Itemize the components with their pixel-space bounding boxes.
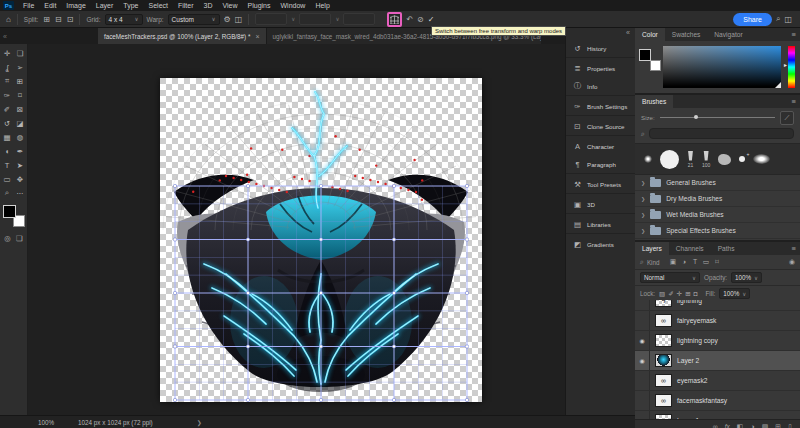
- panel-menu-icon[interactable]: ≡: [792, 30, 796, 39]
- blur-tool[interactable]: ◍: [14, 130, 27, 144]
- warp-orientation-icon[interactable]: ◫: [235, 15, 243, 24]
- type-tool[interactable]: T: [1, 158, 14, 172]
- warp-control-point[interactable]: [465, 238, 468, 241]
- link-layers-icon[interactable]: ∞: [713, 423, 718, 428]
- tab-navigator[interactable]: Navigator: [707, 28, 749, 41]
- expand-arrow-icon[interactable]: ❯: [641, 228, 645, 234]
- warp-control-point[interactable]: [465, 345, 468, 348]
- layer-row[interactable]: ◉lightning copy: [635, 331, 800, 351]
- layer-thumbnail[interactable]: ∞: [655, 394, 672, 407]
- filter-toggle-icon[interactable]: ◉: [789, 258, 795, 266]
- crop-tool[interactable]: ⌗: [1, 74, 14, 88]
- filter-kind-label[interactable]: Kind: [647, 259, 660, 266]
- quick-mask-icon[interactable]: ◎: [4, 234, 11, 243]
- pen-tool[interactable]: ✒: [14, 144, 27, 158]
- grid-select[interactable]: 4 x 4 ∨: [105, 14, 143, 25]
- lock-artboard-icon[interactable]: ⊞: [685, 290, 690, 298]
- warp-control-point[interactable]: [465, 184, 468, 187]
- brush-preset-3[interactable]: 21: [687, 151, 694, 168]
- menu-help[interactable]: Help: [310, 2, 334, 9]
- split-horizontal-icon[interactable]: ⊟: [55, 15, 62, 24]
- healing-brush-tool[interactable]: ⌑: [14, 88, 27, 102]
- canvas-area[interactable]: [28, 44, 565, 415]
- layer-row[interactable]: ◉Layer 2: [635, 351, 800, 371]
- menu-window[interactable]: Window: [276, 2, 311, 9]
- panel-menu-icon[interactable]: ≡: [792, 97, 796, 106]
- warp-control-point[interactable]: [173, 291, 176, 294]
- home-icon[interactable]: ⌂: [6, 15, 11, 24]
- foreground-color-swatch[interactable]: [3, 205, 16, 218]
- dock-item-libraries[interactable]: ▤Libraries: [566, 215, 635, 234]
- brush-folder-general-brushes[interactable]: ❯General Brushes: [635, 175, 800, 191]
- color-gradient-field[interactable]: [663, 46, 781, 88]
- lock-position-icon[interactable]: ✛: [677, 290, 682, 298]
- visibility-toggle[interactable]: ◉: [635, 351, 650, 370]
- brush-folder-dry-media-brushes[interactable]: ❯Dry Media Brushes: [635, 191, 800, 207]
- new-layer-icon[interactable]: ⊞: [775, 423, 781, 428]
- visibility-toggle[interactable]: [635, 391, 650, 410]
- menu-layer[interactable]: Layer: [91, 2, 119, 9]
- warp-control-point[interactable]: [319, 345, 322, 348]
- document-tab-active[interactable]: faceMeshTrackers.psd @ 100% (Layer 2, RG…: [98, 28, 266, 44]
- layer-thumbnail[interactable]: [655, 354, 672, 367]
- dock-item-properties[interactable]: ≣Properties: [566, 59, 635, 77]
- dock-item-gradients[interactable]: ◩Gradients: [566, 235, 635, 253]
- foreground-color-swatch[interactable]: [639, 49, 651, 61]
- menu-file[interactable]: File: [18, 2, 39, 9]
- visibility-toggle[interactable]: [635, 311, 650, 330]
- warp-control-point[interactable]: [173, 238, 176, 241]
- dock-item-history[interactable]: ↺History: [566, 39, 635, 58]
- toggle-warp-mode-button[interactable]: [387, 12, 402, 27]
- path-selection-tool[interactable]: ➤: [14, 158, 27, 172]
- tab-brushes[interactable]: Brushes: [635, 95, 673, 108]
- layer-style-icon[interactable]: fx: [725, 423, 730, 428]
- menu-3d[interactable]: 3D: [199, 2, 218, 9]
- lock-image-icon[interactable]: ✐: [668, 290, 673, 298]
- menu-select[interactable]: Select: [144, 2, 173, 9]
- color-swatches[interactable]: [2, 204, 26, 228]
- menu-image[interactable]: Image: [61, 2, 90, 9]
- menu-view[interactable]: View: [218, 2, 243, 9]
- close-icon[interactable]: ×: [255, 33, 259, 40]
- menu-plugins[interactable]: Plugins: [243, 2, 276, 9]
- marquee-tool[interactable]: ❏: [14, 46, 27, 60]
- stroke-preview-toggle[interactable]: ⟋: [780, 111, 794, 125]
- layer-row[interactable]: ∞facemaskfantasy: [635, 391, 800, 411]
- brush-size-slider[interactable]: [660, 117, 775, 118]
- expand-arrow-icon[interactable]: ❯: [641, 212, 645, 218]
- tab-paths[interactable]: Paths: [711, 242, 742, 255]
- warp-control-point[interactable]: [173, 398, 176, 401]
- dock-item-character[interactable]: ACharacter: [566, 137, 635, 155]
- eyedropper-tool[interactable]: ✑: [1, 88, 14, 102]
- warp-select[interactable]: Custom ∨: [168, 14, 220, 25]
- collapse-dock-icon[interactable]: «: [566, 28, 635, 39]
- dock-item-tool-presets[interactable]: ⚒Tool Presets: [566, 175, 635, 194]
- tab-overflow-icon[interactable]: «: [0, 33, 10, 40]
- lock-all-icon[interactable]: ◘: [694, 290, 698, 298]
- add-mask-icon[interactable]: ◧: [737, 423, 744, 428]
- search-icon[interactable]: ⌕: [776, 14, 780, 24]
- warp-control-point[interactable]: [173, 345, 176, 348]
- brush-preset-2[interactable]: [660, 150, 679, 169]
- brush-preset-7[interactable]: [753, 154, 770, 164]
- warp-control-point[interactable]: [246, 184, 249, 187]
- adjustment-filter-icon[interactable]: ◑: [680, 258, 689, 266]
- warp-control-point[interactable]: [319, 398, 322, 401]
- type-filter-icon[interactable]: T: [691, 258, 700, 266]
- tab-swatches[interactable]: Swatches: [665, 28, 708, 41]
- brush-preset-1[interactable]: [644, 155, 652, 163]
- status-chevron-icon[interactable]: ❯: [197, 419, 202, 426]
- split-vertical-icon[interactable]: ⊡: [67, 15, 74, 24]
- brush-preset-6[interactable]: [739, 156, 745, 162]
- layer-row[interactable]: ϟlightning: [635, 300, 800, 311]
- dock-item-brush-settings[interactable]: ✑Brush Settings: [566, 97, 635, 116]
- visibility-toggle[interactable]: ◉: [635, 331, 650, 350]
- tab-channels[interactable]: Channels: [669, 242, 711, 255]
- workspace-switcher-icon[interactable]: ◫: [784, 15, 792, 24]
- frame-tool[interactable]: ⊞: [14, 74, 27, 88]
- brush-search-input[interactable]: [649, 128, 794, 139]
- brush-tool[interactable]: ✐: [1, 102, 14, 116]
- menu-edit[interactable]: Edit: [39, 2, 61, 9]
- dodge-tool[interactable]: ◖: [1, 144, 14, 158]
- warp-control-point[interactable]: [465, 398, 468, 401]
